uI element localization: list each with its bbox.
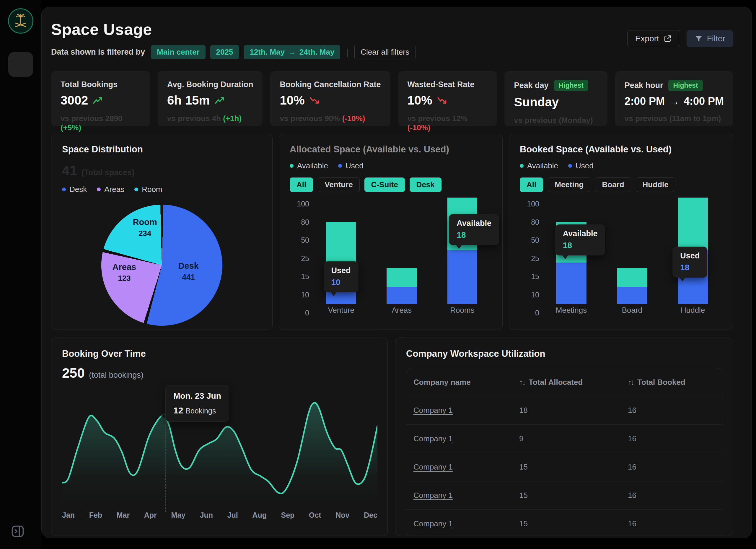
sidebar-item-storefront[interactable] — [8, 160, 33, 185]
category-filter-all[interactable]: All — [520, 177, 543, 192]
category-filter-meeting[interactable]: Meeting — [548, 177, 590, 192]
legend-dot-icon — [520, 164, 524, 168]
pif-logo[interactable] — [8, 8, 33, 34]
table-row: Company 11816 — [406, 396, 722, 424]
bar-segment-available — [326, 222, 356, 263]
kpi-value: 3002 — [61, 93, 88, 107]
kpi-value: 2:00 PM → 4:00 PM — [625, 95, 724, 107]
category-filter-venture[interactable]: Venture — [318, 177, 359, 192]
sidebar-item-team-users[interactable] — [8, 124, 33, 149]
company-utilization-card: Company Workspace Utilization Company na… — [395, 338, 733, 536]
legend-item-desk: Desk — [62, 185, 87, 194]
month-label-jun: Jun — [200, 511, 213, 519]
booking-over-time-card: Booking Over Time 250 (total bookings) M… — [51, 338, 388, 536]
kpi-footnote: vs previous 90% — [280, 114, 340, 123]
trend-up-icon — [93, 96, 103, 105]
category-filter-huddle[interactable]: Huddle — [636, 177, 675, 192]
legend-item-available: Available — [290, 161, 328, 170]
kpi-footnote: vs previous 12% — [408, 114, 468, 123]
sidebar-item-calendar[interactable] — [8, 232, 33, 257]
filter-button-label: Filter — [707, 34, 725, 43]
filter-chip-0[interactable]: Main center — [151, 45, 206, 59]
clear-all-filters-label: Clear all filters — [361, 48, 409, 57]
legend-dot-icon — [568, 164, 572, 168]
legend-dot-icon — [290, 164, 294, 168]
sidebar-item-buildings[interactable] — [8, 88, 33, 113]
total-spaces-value: 41 — [62, 163, 77, 178]
booked-space-card: Booked Space (Available vs. Used)Availab… — [509, 134, 733, 330]
filter-button[interactable]: Filter — [687, 30, 733, 47]
kpi-card-total-bookings: Total Bookings3002vs previous 2890 (+5%) — [51, 71, 150, 126]
dashboard-grid-icon — [14, 58, 27, 71]
company-link[interactable]: Company 1 — [413, 491, 519, 500]
tooltip-bookings-unit: Bookings — [185, 407, 216, 415]
stacked-bar-plot: 10080502515100MeetingsBoardHuddleAvailab… — [548, 204, 721, 314]
sidebar-item-dashboard-grid[interactable] — [8, 52, 33, 77]
x-axis-category-label: Areas — [392, 306, 412, 315]
month-label-mar: Mar — [117, 511, 130, 519]
month-label-aug: Aug — [252, 511, 267, 519]
company-link[interactable]: Company 1 — [413, 434, 519, 443]
column-header-total-allocated[interactable]: ↑↓Total Allocated — [519, 378, 628, 387]
category-filter-all[interactable]: All — [290, 177, 313, 192]
legend-label: Available — [297, 161, 328, 170]
sidebar-item-documents[interactable] — [8, 268, 33, 293]
storefront-icon — [14, 166, 27, 179]
company-link[interactable]: Company 1 — [413, 519, 519, 528]
kpi-delta: (+5%) — [61, 123, 81, 132]
sidebar-item-bar-chart[interactable] — [8, 196, 33, 221]
column-header-total-booked[interactable]: ↑↓Total Booked — [628, 378, 715, 387]
chip-divider: | — [346, 47, 348, 57]
sidebar-item-layout-grid[interactable] — [8, 304, 33, 329]
legend-label: Desk — [69, 185, 87, 194]
kpi-value: 10% — [280, 93, 304, 107]
expand-sidebar-button[interactable] — [8, 522, 27, 541]
bar-segment-used — [447, 250, 478, 304]
month-label-feb: Feb — [89, 511, 102, 519]
legend-label: Used — [576, 161, 594, 170]
total-booked-value: 16 — [628, 519, 715, 528]
bar-areas[interactable]: Areas — [387, 268, 417, 304]
total-allocated-value: 15 — [519, 519, 628, 528]
y-axis-tick: 0 — [290, 309, 309, 317]
trend-up-icon — [215, 96, 225, 105]
bar-segment-available — [617, 268, 647, 287]
y-axis-tick: 100 — [290, 200, 309, 208]
legend-dot-icon — [97, 188, 101, 191]
arrow-right-icon: → — [665, 95, 684, 107]
pie-legend: DeskAreasRoom — [62, 185, 262, 194]
clear-all-filters-button[interactable]: Clear all filters — [354, 45, 416, 59]
layout-grid-icon — [14, 310, 27, 323]
bar-tooltip-used: Used10 — [324, 261, 359, 292]
calendar-icon — [14, 238, 27, 251]
legend-item-available: Available — [520, 161, 558, 170]
category-filter-board[interactable]: Board — [595, 177, 631, 192]
highest-badge: Highest — [668, 80, 703, 91]
filter-chip-2[interactable]: 12th. May→24th. May — [244, 45, 340, 59]
legend-item-areas: Areas — [97, 185, 124, 194]
legend-label: Room — [142, 185, 162, 194]
chart-title: Booked Space (Available vs. Used) — [520, 144, 722, 155]
month-label-may: May — [171, 511, 185, 519]
kpi-footnote: vs previous 2890 — [61, 114, 123, 123]
y-axis-tick: 25 — [290, 254, 309, 263]
month-label-dec: Dec — [364, 511, 377, 519]
line-chart-tooltip: Mon. 23 Jun 12Bookings — [165, 385, 229, 422]
filter-chip-label: Main center — [157, 48, 200, 57]
bar-rooms[interactable]: Rooms — [447, 198, 478, 304]
legend-dot-icon — [134, 188, 138, 191]
company-link[interactable]: Company 1 — [413, 406, 519, 415]
buildings-icon — [14, 94, 27, 107]
tooltip-value: 18 — [680, 263, 700, 272]
category-filter-desk[interactable]: Desk — [410, 177, 441, 192]
table-row: Company 1916 — [406, 424, 722, 453]
bar-segment-available — [387, 268, 417, 287]
company-link[interactable]: Company 1 — [413, 462, 519, 472]
filter-chip-1[interactable]: 2025 — [210, 45, 239, 59]
month-label-apr: Apr — [144, 511, 157, 519]
category-filter-c-suite[interactable]: C-Suite — [364, 177, 405, 192]
column-header-company-name[interactable]: Company name — [413, 378, 519, 387]
bar-board[interactable]: Board — [617, 268, 647, 304]
bar-segment-available — [678, 198, 708, 250]
export-button[interactable]: Export — [627, 30, 680, 47]
